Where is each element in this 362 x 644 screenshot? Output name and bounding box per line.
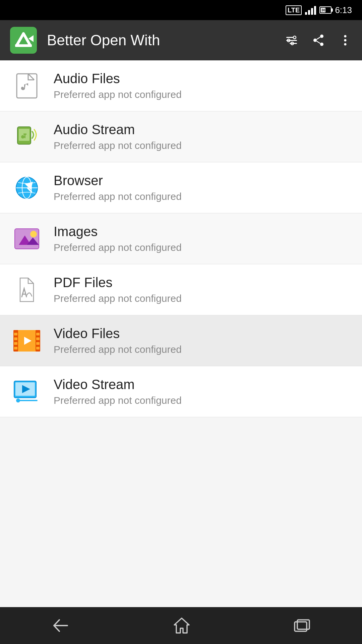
svg-rect-34 [14,337,17,340]
svg-rect-16 [17,74,37,98]
svg-rect-1 [15,44,32,47]
item-subtitle: Preferred app not configured [54,89,182,100]
status-icons: LTE 30 6:13 [286,5,352,15]
item-title: Video Stream [54,377,182,392]
share-button[interactable] [312,34,325,47]
svg-point-15 [344,43,347,46]
list-item[interactable]: PDF Files Preferred app not configured [0,264,362,315]
list-item-content: Audio Stream Preferred app not configure… [54,122,182,151]
item-title: PDF Files [54,275,182,290]
item-subtitle: Preferred app not configured [54,242,182,253]
recents-button[interactable] [280,614,324,637]
signal-icon [305,5,316,15]
item-subtitle: Preferred app not configured [54,293,182,304]
list-item[interactable]: Video Files Preferred app not configured [0,315,362,366]
back-button[interactable] [38,614,83,637]
battery-fill: 30 [321,8,325,12]
status-bar: LTE 30 6:13 [0,0,362,20]
home-button[interactable] [160,613,204,638]
svg-rect-41 [36,347,40,350]
item-subtitle: Preferred app not configured [54,395,182,406]
svg-point-5 [293,36,296,39]
item-subtitle: Preferred app not configured [54,140,182,151]
svg-rect-35 [14,342,17,345]
list-item-content: Browser Preferred app not configured [54,173,182,202]
list-item-content: PDF Files Preferred app not configured [54,275,182,304]
item-title: Images [54,224,182,239]
audio-files-icon [13,72,40,99]
app-bar-actions [285,34,352,47]
svg-rect-2 [286,37,294,38]
item-title: Audio Stream [54,122,182,137]
svg-rect-33 [14,333,17,335]
battery-icon: 30 [319,6,331,14]
more-options-button[interactable] [339,34,352,47]
svg-line-11 [317,37,320,40]
video-files-icon [13,327,40,354]
svg-marker-49 [174,618,189,633]
pdf-icon [13,276,40,303]
item-title: Video Files [54,326,182,341]
app-title: Better Open With [47,32,275,49]
images-icon [13,225,40,252]
category-list: Audio Files Preferred app not configured… [0,60,362,607]
app-logo [10,27,37,54]
list-item[interactable]: Video Stream Preferred app not configure… [0,366,362,417]
audio-stream-icon [13,123,40,150]
list-item-content: Video Stream Preferred app not configure… [54,377,182,406]
settings-button[interactable] [285,34,298,47]
battery-level: 30 [321,8,325,12]
svg-point-14 [344,39,347,42]
item-title: Browser [54,173,182,188]
svg-rect-39 [36,337,40,340]
app-bar: Better Open With [0,20,362,60]
svg-point-8 [320,35,323,38]
svg-rect-21 [23,133,26,135]
list-item[interactable]: Audio Files Preferred app not configured [0,60,362,111]
svg-rect-3 [286,40,297,41]
clock: 6:13 [335,5,352,15]
svg-point-13 [344,35,347,38]
list-item[interactable]: Browser Preferred app not configured [0,162,362,213]
list-item-content: Video Files Preferred app not configured [54,326,182,355]
svg-point-30 [30,231,37,237]
item-title: Audio Files [54,71,182,86]
svg-point-19 [21,135,24,139]
svg-rect-38 [36,333,40,335]
svg-point-10 [320,43,323,46]
item-subtitle: Preferred app not configured [54,191,182,202]
svg-rect-40 [36,342,40,345]
svg-rect-51 [297,620,309,629]
browser-icon [13,174,40,201]
svg-rect-50 [295,622,307,631]
list-item-content: Audio Files Preferred app not configured [54,71,182,100]
svg-point-9 [313,39,317,42]
list-item-content: Images Preferred app not configured [54,224,182,253]
lte-indicator: LTE [286,5,302,15]
list-item[interactable]: Audio Stream Preferred app not configure… [0,111,362,162]
svg-line-12 [317,41,320,44]
list-item[interactable]: Images Preferred app not configured [0,213,362,264]
bottom-nav [0,607,362,644]
video-stream-icon [13,378,40,405]
svg-rect-36 [14,347,17,350]
item-subtitle: Preferred app not configured [54,344,182,355]
